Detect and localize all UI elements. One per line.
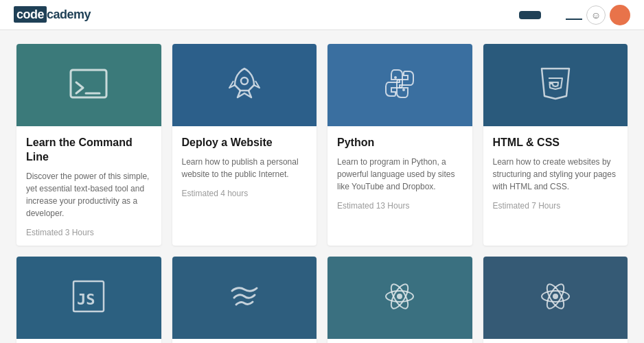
upgrade-button[interactable] [519, 11, 541, 19]
learn-link[interactable] [545, 10, 562, 20]
main-content: Learn the Command Line Discover the powe… [0, 30, 644, 343]
svg-point-2 [241, 78, 248, 84]
card-body: Learn ReactJS: Part I Build powerful int… [327, 339, 472, 343]
card-hours: Estimated 4 hours [182, 189, 308, 198]
course-card-deploy-website[interactable]: Deploy a Website Learn how to publish a … [172, 44, 317, 246]
card-icon-area [327, 44, 472, 126]
card-title: Python [337, 136, 463, 150]
course-card-jquery[interactable]: jQuery Learn how to make your websites i… [172, 257, 317, 343]
card-body: Deploy a Website Learn how to publish a … [172, 126, 317, 206]
card-title: Deploy a Website [182, 136, 308, 150]
user-avatar[interactable] [610, 5, 630, 25]
card-hours: Estimated 7 Hours [493, 201, 619, 211]
card-icon-area: JS [16, 257, 161, 339]
card-body: Python Learn to program in Python, a pow… [327, 126, 472, 219]
rocket-icon [224, 63, 265, 107]
logo[interactable]: codecademy [14, 8, 91, 22]
course-card-html-css[interactable]: HTML & CSS Learn how to create websites … [483, 44, 628, 246]
jquery-icon [224, 276, 265, 320]
react-icon [535, 276, 576, 320]
card-body: Learn the Command Line Discover the powe… [16, 126, 161, 246]
svg-point-3 [394, 76, 397, 79]
html5-icon [535, 63, 576, 107]
card-body: HTML & CSS Learn how to create websites … [483, 126, 628, 219]
svg-text:JS: JS [77, 291, 95, 308]
react-icon [379, 276, 420, 320]
terminal-icon [68, 63, 109, 107]
card-icon-area [16, 44, 161, 126]
card-icon-area [327, 257, 472, 339]
svg-point-12 [553, 294, 558, 299]
logo-academy-part: cademy [47, 8, 91, 21]
card-title: Learn the Command Line [26, 136, 152, 165]
course-card-command-line[interactable]: Learn the Command Line Discover the powe… [16, 44, 161, 246]
card-desc: Learn to program in Python, a powerful l… [337, 156, 463, 193]
card-body: JavaScript Learn the fundamentals of Jav… [16, 339, 161, 343]
course-card-javascript[interactable]: JS JavaScript Learn the fundamentals of … [16, 257, 161, 343]
card-hours: Estimated 13 Hours [337, 201, 463, 211]
card-body: Learn ReactJS: Part II Build powerful in… [483, 339, 628, 343]
card-desc: Learn how to publish a personal website … [182, 156, 308, 180]
python-icon [379, 63, 420, 107]
card-body: jQuery Learn how to make your websites i… [172, 339, 317, 343]
card-desc: Discover the power of this simple, yet e… [26, 170, 152, 220]
svg-point-8 [397, 294, 402, 299]
card-desc: Learn how to create websites by structur… [493, 156, 619, 193]
logo-code-part: code [14, 6, 47, 23]
card-icon-area [172, 44, 317, 126]
navbar: codecademy ☺ [0, 0, 644, 30]
card-title: HTML & CSS [493, 136, 619, 150]
card-icon-area [172, 257, 317, 339]
card-hours: Estimated 3 Hours [26, 228, 152, 237]
card-icon-area [483, 257, 628, 339]
svg-marker-5 [542, 69, 569, 99]
course-grid: Learn the Command Line Discover the powe… [16, 44, 628, 343]
course-card-reactjs-2[interactable]: Learn ReactJS: Part II Build powerful in… [483, 257, 628, 343]
svg-point-4 [402, 88, 405, 91]
notifications-icon[interactable]: ☺ [586, 5, 606, 25]
catalog-link[interactable] [566, 10, 582, 20]
js-icon: JS [68, 276, 109, 320]
course-card-reactjs-1[interactable]: Learn ReactJS: Part I Build powerful int… [327, 257, 472, 343]
card-icon-area [483, 44, 628, 126]
course-card-python[interactable]: Python Learn to program in Python, a pow… [327, 44, 472, 246]
nav-right-area: ☺ [519, 5, 630, 25]
